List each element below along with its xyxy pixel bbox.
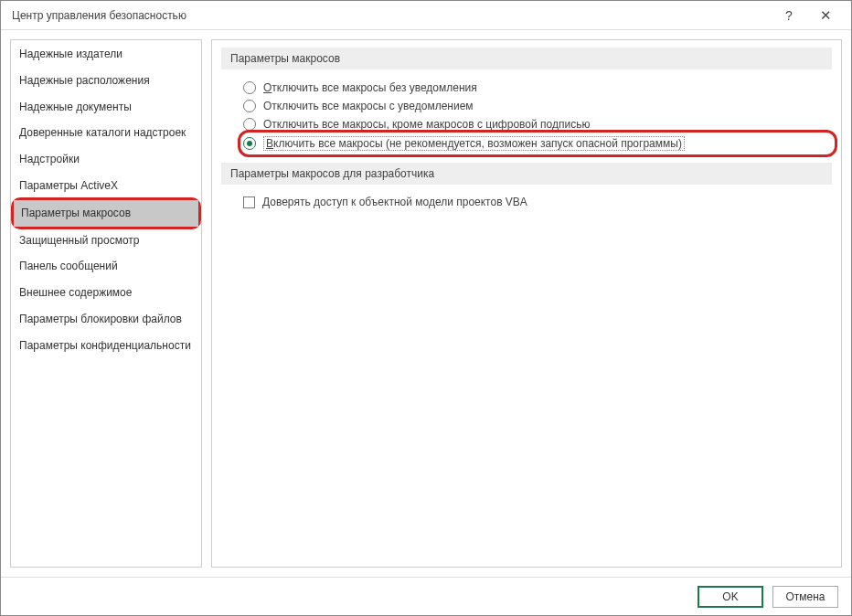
sidebar-item-external-content[interactable]: Внешнее содержимое (12, 280, 200, 306)
radio-label: Отключить все макросы без уведомления (263, 81, 477, 94)
macro-radio-group: Отключить все макросы без уведомления От… (221, 77, 832, 163)
help-icon: ? (785, 8, 793, 23)
radio-icon (243, 137, 256, 150)
radio-label: Отключить все макросы с уведомлением (263, 100, 474, 112)
content-panel: Параметры макросов Отключить все макросы… (211, 39, 842, 568)
sidebar-item-macro-settings[interactable]: Параметры макросов (14, 200, 198, 227)
radio-label: Отключить все макросы, кроме макросов с … (263, 118, 590, 131)
sidebar-item-addins[interactable]: Надстройки (12, 146, 200, 173)
radio-disable-with-notify[interactable]: Отключить все макросы с уведомлением (243, 97, 832, 115)
dialog-footer: OK Отмена (1, 577, 851, 615)
sidebar-item-file-block[interactable]: Параметры блокировки файлов (12, 306, 200, 333)
radio-icon (243, 100, 256, 112)
checkbox-icon (243, 196, 255, 208)
sidebar-item-trusted-documents[interactable]: Надежные документы (12, 94, 200, 121)
section-header-macros: Параметры макросов (221, 48, 832, 69)
close-button[interactable]: ✕ (807, 3, 844, 28)
developer-check-group: Доверять доступ к объектной модели проек… (221, 192, 832, 218)
radio-icon (243, 118, 256, 131)
cancel-button[interactable]: Отмена (772, 586, 838, 608)
sidebar-item-activex[interactable]: Параметры ActiveX (12, 173, 200, 199)
checkbox-label: Доверять доступ к объектной модели проек… (262, 196, 527, 208)
trust-center-dialog: Центр управления безопасностью ? ✕ Надеж… (0, 0, 852, 616)
titlebar: Центр управления безопасностью ? ✕ (1, 1, 851, 30)
sidebar-item-message-bar[interactable]: Панель сообщений (12, 253, 200, 280)
sidebar: Надежные издатели Надежные расположения … (10, 39, 202, 568)
window-title: Центр управления безопасностью (12, 9, 771, 22)
sidebar-item-trusted-locations[interactable]: Надежные расположения (12, 68, 200, 94)
sidebar-item-trusted-addin-catalogs[interactable]: Доверенные каталоги надстроек (12, 120, 200, 146)
help-button[interactable]: ? (771, 3, 807, 28)
section-header-developer: Параметры макросов для разработчика (221, 163, 832, 185)
radio-label: Включить все макросы (не рекомендуется, … (263, 136, 685, 151)
radio-icon (243, 81, 256, 94)
sidebar-item-trusted-publishers[interactable]: Надежные издатели (12, 41, 200, 68)
radio-enable-all[interactable]: Включить все макросы (не рекомендуется, … (243, 133, 832, 154)
ok-button[interactable]: OK (698, 586, 763, 608)
radio-disable-except-signed[interactable]: Отключить все макросы, кроме макросов с … (243, 115, 832, 133)
checkbox-trust-vba[interactable]: Доверять доступ к объектной модели проек… (243, 196, 832, 208)
radio-disable-no-notify[interactable]: Отключить все макросы без уведомления (243, 79, 832, 97)
close-icon: ✕ (820, 7, 832, 24)
sidebar-item-protected-view[interactable]: Защищенный просмотр (12, 228, 200, 254)
sidebar-highlight: Параметры макросов (11, 197, 201, 229)
dialog-body: Надежные издатели Надежные расположения … (1, 30, 851, 577)
sidebar-item-privacy[interactable]: Параметры конфиденциальности (12, 333, 200, 359)
